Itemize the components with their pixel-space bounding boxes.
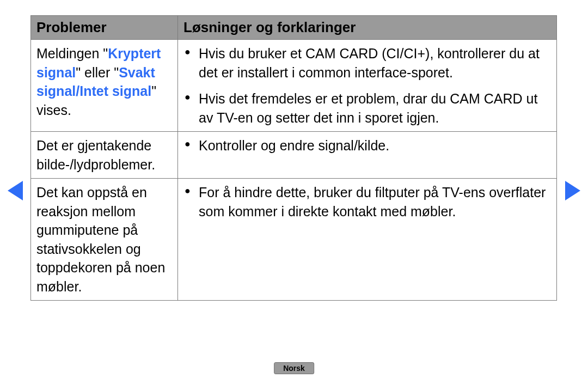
table-row: Meldingen "Kryptert signal" eller "Svakt…: [31, 40, 557, 132]
solution-cell: For å hindre dette, bruker du filtputer …: [178, 179, 557, 301]
table-row: Det er gjentakende bilde-/lydproblemer. …: [31, 132, 557, 179]
solution-bullet: Hvis det fremdeles er et problem, drar d…: [183, 89, 551, 127]
solution-bullet: Hvis du bruker et CAM CARD (CI/CI+), kon…: [183, 44, 551, 82]
problem-cell: Det kan oppstå en reaksjon mellom gummip…: [31, 179, 178, 301]
troubleshoot-table: Problemer Løsninger og forklaringer Meld…: [30, 15, 557, 301]
prev-page-arrow[interactable]: [8, 181, 23, 200]
table-row: Det kan oppstå en reaksjon mellom gummip…: [31, 179, 557, 301]
header-solutions: Løsninger og forklaringer: [178, 16, 557, 40]
solution-bullet: For å hindre dette, bruker du filtputer …: [183, 183, 551, 221]
solution-cell: Hvis du bruker et CAM CARD (CI/CI+), kon…: [178, 40, 557, 132]
solution-bullet: Kontroller og endre signal/kilde.: [183, 136, 551, 155]
solution-cell: Kontroller og endre signal/kilde.: [178, 132, 557, 179]
language-badge: Norsk: [274, 362, 314, 374]
next-page-arrow[interactable]: [565, 181, 580, 200]
troubleshoot-page: Problemer Løsninger og forklaringer Meld…: [30, 15, 556, 301]
problem-cell: Meldingen "Kryptert signal" eller "Svakt…: [31, 40, 178, 132]
problem-cell: Det er gjentakende bilde-/lydproblemer.: [31, 132, 178, 179]
problem-text: Meldingen ": [36, 46, 108, 61]
problem-text: " eller ": [76, 65, 119, 80]
header-problems: Problemer: [31, 16, 178, 40]
